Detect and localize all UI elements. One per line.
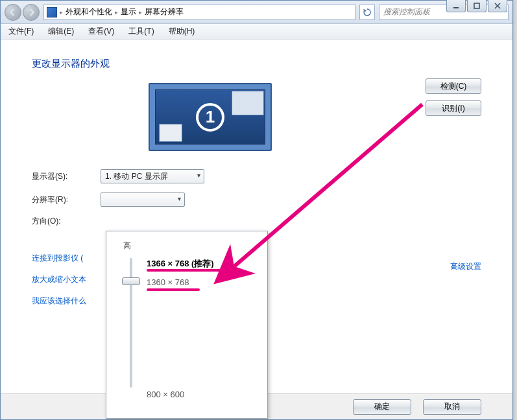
search-placeholder: 搜索控制面板 <box>383 6 430 18</box>
menu-help[interactable]: 帮助(H) <box>166 25 198 38</box>
side-buttons: 检测(C) 识别(I) <box>426 78 481 116</box>
display-value: 1. 移动 PC 显示屏 <box>105 171 168 182</box>
annotation-underline-2 <box>147 288 200 291</box>
resolution-combo[interactable] <box>101 192 185 207</box>
annotation-underline-1 <box>147 269 239 272</box>
menu-view[interactable]: 查看(V) <box>86 25 117 38</box>
orientation-label: 方向(O): <box>32 216 88 227</box>
advanced-settings-link[interactable]: 高级设置 <box>450 261 481 272</box>
nav-back-forward <box>5 4 40 21</box>
resolution-slider-popup[interactable]: 高 1366 × 768 (推荐) 1360 × 768 800 × 600 <box>106 231 268 419</box>
menu-bar: 文件(F) 编辑(E) 查看(V) 工具(T) 帮助(H) <box>1 24 512 40</box>
minimize-button[interactable] <box>446 0 466 12</box>
slider-track-area: 1366 × 768 (推荐) 1360 × 768 800 × 600 <box>118 258 261 394</box>
breadcrumb-sep: ▸ <box>115 9 118 16</box>
svg-rect-1 <box>474 3 479 8</box>
control-panel-window: ▸ 外观和个性化 ▸ 显示 ▸ 屏幕分辨率 搜索控制面板 文件(F) 编辑(E)… <box>0 0 513 420</box>
crumb-appearance[interactable]: 外观和个性化 <box>66 6 112 18</box>
monitor-mini-window <box>232 91 264 115</box>
menu-tools[interactable]: 工具(T) <box>126 25 156 38</box>
maximize-button[interactable] <box>467 0 487 12</box>
display-label: 显示器(S): <box>32 171 88 182</box>
breadcrumb-sep: ▸ <box>139 9 142 16</box>
monitor-number-badge: 1 <box>196 103 224 132</box>
resolution-label: 分辨率(R): <box>32 194 88 205</box>
resolution-option-low: 800 × 600 <box>147 390 184 399</box>
control-panel-icon <box>47 7 57 18</box>
monitor-preview[interactable]: 1 <box>149 83 272 151</box>
display-row: 显示器(S): 1. 移动 PC 显示屏 <box>32 169 481 183</box>
monitor-preview-row: 1 <box>32 83 481 151</box>
ok-button[interactable]: 确定 <box>353 399 411 415</box>
page-title: 更改显示器的外观 <box>32 58 481 70</box>
resolution-option-1360[interactable]: 1360 × 768 <box>147 277 189 287</box>
address-breadcrumb[interactable]: ▸ 外观和个性化 ▸ 显示 ▸ 屏幕分辨率 <box>43 5 355 20</box>
menu-file[interactable]: 文件(F) <box>6 25 36 38</box>
breadcrumb-sep: ▸ <box>60 9 63 16</box>
menu-edit[interactable]: 编辑(E) <box>45 25 77 38</box>
resolution-option-recommended[interactable]: 1366 × 768 (推荐) <box>147 258 214 270</box>
identify-button[interactable]: 识别(I) <box>426 100 481 116</box>
slider-high-label: 高 <box>123 240 261 251</box>
cancel-button[interactable]: 取消 <box>423 399 481 415</box>
window-caption-buttons <box>446 0 507 12</box>
resolution-row: 分辨率(R): <box>32 192 481 207</box>
navigation-bar: ▸ 外观和个性化 ▸ 显示 ▸ 屏幕分辨率 搜索控制面板 <box>1 1 512 24</box>
close-button[interactable] <box>488 0 507 12</box>
slider-thumb[interactable] <box>122 277 140 285</box>
orientation-row: 方向(O): <box>32 216 481 227</box>
crumb-display[interactable]: 显示 <box>121 6 136 18</box>
crumb-resolution[interactable]: 屏幕分辨率 <box>145 6 184 18</box>
forward-button[interactable] <box>23 4 40 21</box>
back-button[interactable] <box>5 4 21 21</box>
refresh-button[interactable] <box>359 5 375 20</box>
monitor-taskbar-mini <box>159 124 182 142</box>
display-combo[interactable]: 1. 移动 PC 显示屏 <box>101 169 204 183</box>
detect-button[interactable]: 检测(C) <box>426 78 481 94</box>
